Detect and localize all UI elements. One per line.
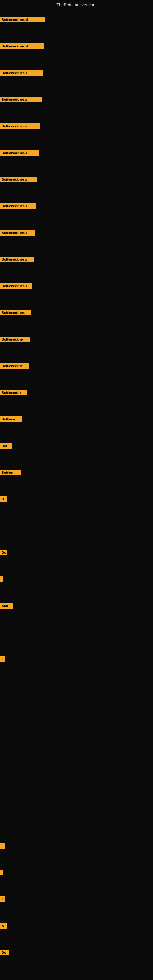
bar-row-25: E xyxy=(0,896,5,902)
bar-label-23: F xyxy=(0,843,5,849)
bar-label-11: Bottleneck res xyxy=(0,310,31,315)
bar-label-9: Bottleneck resu xyxy=(0,257,33,262)
bar-row-11: Bottleneck res xyxy=(0,310,31,315)
bar-label-20: | xyxy=(0,576,3,582)
bar-row-17: Bottlen xyxy=(0,470,21,475)
bar-label-26: B xyxy=(0,923,7,929)
bar-row-7: Bottleneck resu xyxy=(0,204,36,209)
bar-label-25: E xyxy=(0,896,5,902)
bar-label-1: Bottleneck result xyxy=(0,43,44,49)
bar-row-5: Bottleneck resu xyxy=(0,150,38,156)
bar-row-24: | xyxy=(0,870,3,875)
bar-label-6: Bottleneck resu xyxy=(0,177,37,182)
bar-label-2: Bottleneck resu xyxy=(0,70,43,76)
bar-label-13: Bottleneck re xyxy=(0,363,29,369)
bar-row-8: Bottleneck resu xyxy=(0,230,35,235)
bar-row-13: Bottleneck re xyxy=(0,363,29,369)
bar-label-5: Bottleneck resu xyxy=(0,150,38,156)
site-title: TheBottlenecker.com xyxy=(0,0,153,10)
bar-label-27: Bo xyxy=(0,950,9,955)
bar-row-19: Bo xyxy=(0,550,7,555)
bar-row-21: Bott xyxy=(0,603,13,609)
bar-row-27: Bo xyxy=(0,950,9,955)
bar-label-0: Bottleneck result xyxy=(0,17,45,22)
bar-label-19: Bo xyxy=(0,550,7,555)
bar-row-1: Bottleneck result xyxy=(0,43,44,49)
bar-row-9: Bottleneck resu xyxy=(0,257,33,262)
bar-label-3: Bottleneck resu xyxy=(0,97,41,102)
bar-row-2: Bottleneck resu xyxy=(0,70,43,76)
bar-label-8: Bottleneck resu xyxy=(0,230,35,235)
bar-label-14: Bottleneck r xyxy=(0,390,27,395)
bar-label-16: Bot xyxy=(0,443,12,449)
bar-label-17: Bottlen xyxy=(0,470,21,475)
bar-row-4: Bottleneck resu xyxy=(0,123,40,129)
bar-label-21: Bott xyxy=(0,603,13,609)
bar-label-4: Bottleneck resu xyxy=(0,123,40,129)
bar-row-18: B xyxy=(0,496,7,502)
bar-label-15: Bottlene xyxy=(0,417,22,422)
bar-label-12: Bottleneck re xyxy=(0,337,30,342)
bar-row-20: | xyxy=(0,576,3,582)
bar-row-0: Bottleneck result xyxy=(0,17,45,22)
bar-row-23: F xyxy=(0,843,5,849)
bar-label-24: | xyxy=(0,870,3,875)
bar-label-7: Bottleneck resu xyxy=(0,204,36,209)
bar-row-16: Bot xyxy=(0,443,12,449)
bar-label-10: Bottleneck resu xyxy=(0,283,32,289)
bar-row-26: B xyxy=(0,923,7,929)
bar-row-10: Bottleneck resu xyxy=(0,283,32,289)
bar-label-18: B xyxy=(0,496,7,502)
bar-row-15: Bottlene xyxy=(0,417,22,422)
bar-label-22: E xyxy=(0,656,5,662)
bar-row-22: E xyxy=(0,656,5,662)
bar-row-6: Bottleneck resu xyxy=(0,177,37,182)
bar-row-12: Bottleneck re xyxy=(0,337,30,342)
bar-row-14: Bottleneck r xyxy=(0,390,27,395)
bar-row-3: Bottleneck resu xyxy=(0,97,41,102)
